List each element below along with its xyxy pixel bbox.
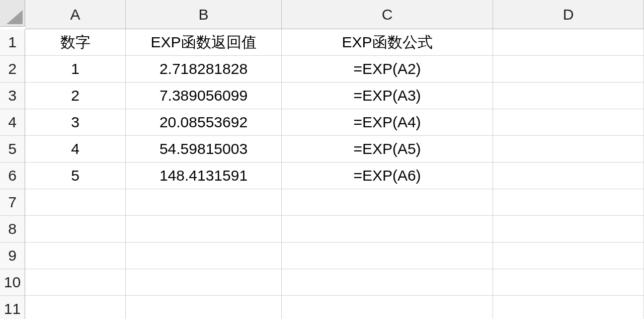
cell-A9[interactable] xyxy=(25,243,126,269)
cell-D1[interactable] xyxy=(493,29,644,56)
cell-A7[interactable] xyxy=(25,189,126,216)
row-header-6[interactable]: 6 xyxy=(0,163,25,189)
cell-A5[interactable]: 4 xyxy=(25,136,126,163)
col-header-C[interactable]: C xyxy=(282,0,493,29)
cell-C6[interactable]: =EXP(A6) xyxy=(282,163,493,189)
cell-D4[interactable] xyxy=(493,109,644,136)
cell-D10[interactable] xyxy=(493,269,644,296)
cell-D3[interactable] xyxy=(493,83,644,109)
cell-C8[interactable] xyxy=(282,216,493,243)
row-header-10[interactable]: 10 xyxy=(0,269,25,296)
col-header-B[interactable]: B xyxy=(126,0,282,29)
cell-A10[interactable] xyxy=(25,269,126,296)
cell-A3[interactable]: 2 xyxy=(25,83,126,109)
cell-B1[interactable]: EXP函数返回值 xyxy=(126,29,282,56)
cell-C2[interactable]: =EXP(A2) xyxy=(282,56,493,83)
cell-A11[interactable] xyxy=(25,296,126,319)
cell-B3[interactable]: 7.389056099 xyxy=(126,83,282,109)
cell-D9[interactable] xyxy=(493,243,644,269)
row-header-8[interactable]: 8 xyxy=(0,216,25,243)
cell-B4[interactable]: 20.08553692 xyxy=(126,109,282,136)
col-header-A[interactable]: A xyxy=(25,0,126,29)
cell-B9[interactable] xyxy=(126,243,282,269)
cell-B11[interactable] xyxy=(126,296,282,319)
cell-C10[interactable] xyxy=(282,269,493,296)
col-header-D[interactable]: D xyxy=(493,0,644,29)
cell-D8[interactable] xyxy=(493,216,644,243)
cell-A4[interactable]: 3 xyxy=(25,109,126,136)
cell-C9[interactable] xyxy=(282,243,493,269)
select-all-corner[interactable] xyxy=(0,0,25,27)
cell-C3[interactable]: =EXP(A3) xyxy=(282,83,493,109)
cell-B10[interactable] xyxy=(126,269,282,296)
cell-C11[interactable] xyxy=(282,296,493,319)
cell-B8[interactable] xyxy=(126,216,282,243)
row-header-9[interactable]: 9 xyxy=(0,243,25,269)
cell-A2[interactable]: 1 xyxy=(25,56,126,83)
cell-C5[interactable]: =EXP(A5) xyxy=(282,136,493,163)
cell-C4[interactable]: =EXP(A4) xyxy=(282,109,493,136)
cell-A1[interactable]: 数字 xyxy=(25,29,126,56)
cell-B7[interactable] xyxy=(126,189,282,216)
cell-D2[interactable] xyxy=(493,56,644,83)
cell-D11[interactable] xyxy=(493,296,644,319)
cell-A6[interactable]: 5 xyxy=(25,163,126,189)
row-header-3[interactable]: 3 xyxy=(0,83,25,109)
row-header-11[interactable]: 11 xyxy=(0,296,25,319)
cell-D6[interactable] xyxy=(493,163,644,189)
cell-C1[interactable]: EXP函数公式 xyxy=(282,29,493,56)
cell-B6[interactable]: 148.4131591 xyxy=(126,163,282,189)
cell-D7[interactable] xyxy=(493,189,644,216)
row-header-2[interactable]: 2 xyxy=(0,56,25,83)
cell-B2[interactable]: 2.718281828 xyxy=(126,56,282,83)
row-header-5[interactable]: 5 xyxy=(0,136,25,163)
row-header-1[interactable]: 1 xyxy=(0,29,25,56)
cell-C7[interactable] xyxy=(282,189,493,216)
cell-D5[interactable] xyxy=(493,136,644,163)
cell-B5[interactable]: 54.59815003 xyxy=(126,136,282,163)
row-header-4[interactable]: 4 xyxy=(0,109,25,136)
cell-A8[interactable] xyxy=(25,216,126,243)
row-header-7[interactable]: 7 xyxy=(0,189,25,216)
spreadsheet-grid: A B C D 1 数字 EXP函数返回值 EXP函数公式 2 1 2.7182… xyxy=(0,0,644,319)
